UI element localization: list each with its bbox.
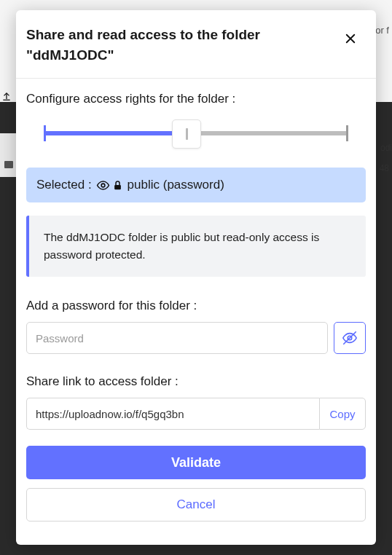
selected-value: public (password) <box>128 178 224 192</box>
access-slider[interactable] <box>44 119 348 149</box>
bg-text-fragment: 48 <box>380 163 389 173</box>
slider-thumb[interactable] <box>172 119 201 149</box>
bg-text-fragment: or f <box>375 25 389 36</box>
info-text: The ddMJ1ODC folder is public but read-o… <box>44 231 319 261</box>
close-icon <box>344 32 357 45</box>
slider-tick-start <box>44 125 46 141</box>
validate-button[interactable]: Validate <box>26 446 366 479</box>
cancel-button[interactable]: Cancel <box>26 488 366 521</box>
slider-track-active <box>44 131 187 135</box>
share-link-row: Copy <box>26 398 366 430</box>
svg-point-0 <box>101 184 105 187</box>
close-button[interactable] <box>341 29 360 48</box>
share-link-input[interactable] <box>26 398 319 430</box>
password-input[interactable] <box>26 322 328 354</box>
toggle-password-visibility-button[interactable] <box>334 322 366 354</box>
lock-icon <box>112 180 123 191</box>
eye-off-icon <box>342 330 358 346</box>
bg-text-fragment: odi <box>380 143 392 153</box>
svg-rect-1 <box>114 184 121 189</box>
folder-icon-fragment <box>4 161 13 168</box>
share-link-label: Share link to access folder : <box>26 374 366 389</box>
password-row <box>26 322 366 354</box>
slider-tick-end <box>346 125 348 141</box>
selected-prefix: Selected : <box>36 178 92 192</box>
modal-title: Share and read access to the folder "ddM… <box>26 25 318 65</box>
background-strip-2 <box>0 133 16 177</box>
share-access-modal: Share and read access to the folder "ddM… <box>16 10 376 545</box>
selected-access-pill: Selected : public (password) <box>26 168 366 202</box>
info-box: The ddMJ1ODC folder is public but read-o… <box>26 216 366 277</box>
password-label: Add a password for this folder : <box>26 299 366 313</box>
upload-icon <box>1 91 12 101</box>
modal-body: Configure access rights for the folder :… <box>16 79 376 545</box>
copy-button[interactable]: Copy <box>319 398 366 430</box>
slider-track-inactive <box>187 131 348 135</box>
eye-icon <box>96 178 110 192</box>
configure-label: Configure access rights for the folder : <box>26 92 366 106</box>
grip-icon <box>186 128 188 140</box>
modal-header: Share and read access to the folder "ddM… <box>16 10 376 79</box>
